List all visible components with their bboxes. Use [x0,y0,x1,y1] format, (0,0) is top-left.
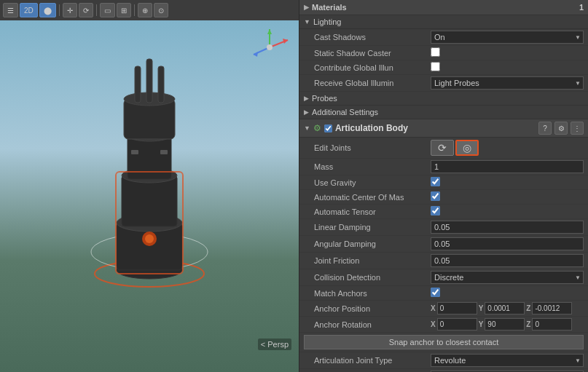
toolbar-move-btn[interactable]: ✛ [63,3,77,17]
static-shadow-checkbox[interactable] [431,47,440,57]
contrib-global-row: Contribute Global Illun [299,60,588,75]
cast-shadows-label: Cast Shadows [314,33,431,41]
mass-row: Mass [299,159,588,175]
joint-friction-label: Joint Friction [314,256,431,265]
cast-shadows-value-wrapper[interactable]: On Off Two Sided Shadows Only [431,31,584,44]
angular-damping-value-wrapper[interactable] [431,237,584,250]
toolbar-hand-btn[interactable]: ⬤ [39,3,56,17]
anchor-rot-z-axis: Z [526,320,530,328]
static-shadow-row: Static Shadow Caster [299,46,588,60]
toolbar-extra-btn[interactable]: ⊕ [138,3,152,17]
use-gravity-value [431,177,584,188]
joint-type-label: Articulation Joint Type [314,356,431,365]
anchor-pos-y-field: Y [479,302,525,314]
svg-marker-1 [283,39,288,44]
anchor-pos-z-input[interactable] [532,302,572,314]
svg-marker-3 [267,29,272,34]
match-anchors-value [431,288,584,298]
anchor-pos-z-field: Z [526,302,572,314]
auto-tensor-row: Automatic Tensor [299,205,588,219]
snap-button[interactable]: Snap anchor to closest contact [304,335,584,349]
cast-shadows-select[interactable]: On Off Two Sided Shadows Only [431,31,584,44]
anchor-rotation-xyz: X Y Z [431,318,584,331]
anchor-pos-y-axis: Y [479,304,484,312]
artbody-settings-btn[interactable]: ⚙ [554,122,568,135]
anchor-rot-y-input[interactable] [485,318,525,331]
anchor-pos-y-input[interactable] [485,302,525,314]
svg-point-6 [267,44,273,50]
auto-center-checkbox[interactable] [431,191,440,201]
lighting-section[interactable]: ▼ Lighting [299,15,588,29]
collision-detection-select[interactable]: Discrete Continuous Continuous Dynamic C… [431,271,584,284]
3d-object [36,29,262,343]
artbody-help-btn[interactable]: ? [538,122,552,135]
inspector-panel: ▶ Materials 1 ▼ Lighting Cast Shadows On… [299,0,588,372]
artbody-icons: ? ⚙ ⋮ [538,122,584,135]
toolbar-rotate-btn[interactable]: ⟳ [79,3,93,17]
toolbar-layers-btn[interactable]: ⊙ [154,3,168,17]
joint-friction-input[interactable] [431,254,584,267]
anchor-rot-x-input[interactable] [437,318,477,331]
svg-point-15 [145,234,154,243]
edit-joints-buttons: ⟳ ◎ [431,140,479,156]
toolbar-transform-btn[interactable]: ⊞ [117,3,131,17]
use-gravity-checkbox[interactable] [431,177,440,186]
artbody-title: Articulation Body [335,123,408,133]
auto-center-row: Automatic Center Of Mas [299,190,588,205]
anchor-pos-x-input[interactable] [437,302,477,314]
linear-damping-row: Linear Damping [299,219,588,236]
linear-damping-input[interactable] [431,221,584,234]
svg-rect-22 [158,66,164,103]
edit-joints-label: Edit Joints [314,143,431,152]
anchor-rot-x-axis: X [431,320,436,328]
contrib-global-label: Contribute Global Illun [314,63,431,72]
auto-tensor-value [431,206,584,217]
artbody-arrow[interactable]: ▼ [304,124,310,132]
toolbar-rect-btn[interactable]: ▭ [100,3,115,17]
svg-rect-20 [135,66,141,103]
additional-section[interactable]: ▶ Additional Settings [299,106,588,119]
static-shadow-label: Static Shadow Caster [314,49,431,58]
edit-joint-btn-1[interactable]: ⟳ [431,140,454,156]
edit-joint-btn-2[interactable]: ◎ [455,140,479,156]
receive-global-select[interactable]: Light Probes Lightmaps None [431,76,584,90]
viewport[interactable]: ☰ 2D ⬤ ✛ ⟳ ▭ ⊞ ⊕ ⊙ [0,0,299,372]
joint-type-select[interactable]: Revolute Prismatic Spherical Fixed [431,354,584,367]
artbody-component-icon: ⚙ [313,123,321,133]
probes-label: Probes [312,94,337,103]
artbody-enabled-checkbox[interactable] [324,124,332,132]
mass-input[interactable] [431,160,584,173]
angular-damping-label: Angular Damping [314,240,431,248]
contrib-global-checkbox[interactable] [431,62,440,71]
receive-global-value-wrapper[interactable]: Light Probes Lightmaps None [431,76,584,90]
svg-rect-21 [146,59,152,103]
lighting-arrow: ▼ [304,18,310,25]
joint-type-value-wrapper[interactable]: Revolute Prismatic Spherical Fixed [431,354,584,367]
collision-detection-label: Collision Detection [314,273,431,282]
anchor-position-label: Anchor Position [314,304,431,313]
anchor-rot-y-axis: Y [479,320,484,328]
artbody-more-btn[interactable]: ⋮ [571,122,584,135]
joint-friction-row: Joint Friction [299,253,588,269]
match-anchors-checkbox[interactable] [431,288,440,297]
toolbar-sep1 [59,4,60,16]
receive-global-row: Receive Global Illumin Light Probes Ligh… [299,75,588,92]
anchor-rot-x-field: X [431,318,477,331]
mass-value-wrapper[interactable] [431,160,584,173]
probes-section[interactable]: ▶ Probes [299,92,588,106]
joint-friction-value-wrapper[interactable] [431,254,584,267]
motion-row: Motion Free Limited Locked [299,369,588,372]
angular-damping-input[interactable] [431,237,584,250]
probes-arrow: ▶ [304,95,309,102]
anchor-rot-z-input[interactable] [532,318,572,331]
match-anchors-row: Match Anchors [299,286,588,301]
anchor-pos-x-field: X [431,302,477,314]
linear-damping-value-wrapper[interactable] [431,221,584,234]
contrib-global-value [431,62,584,73]
toolbar-2d-btn[interactable]: 2D [20,3,38,17]
collision-detection-value-wrapper[interactable]: Discrete Continuous Continuous Dynamic C… [431,271,584,284]
toolbar-options-btn[interactable]: ☰ [3,3,18,17]
joint-type-row: Articulation Joint Type Revolute Prismat… [299,352,588,369]
auto-tensor-checkbox[interactable] [431,206,440,215]
materials-section[interactable]: ▶ Materials 1 [299,0,588,15]
